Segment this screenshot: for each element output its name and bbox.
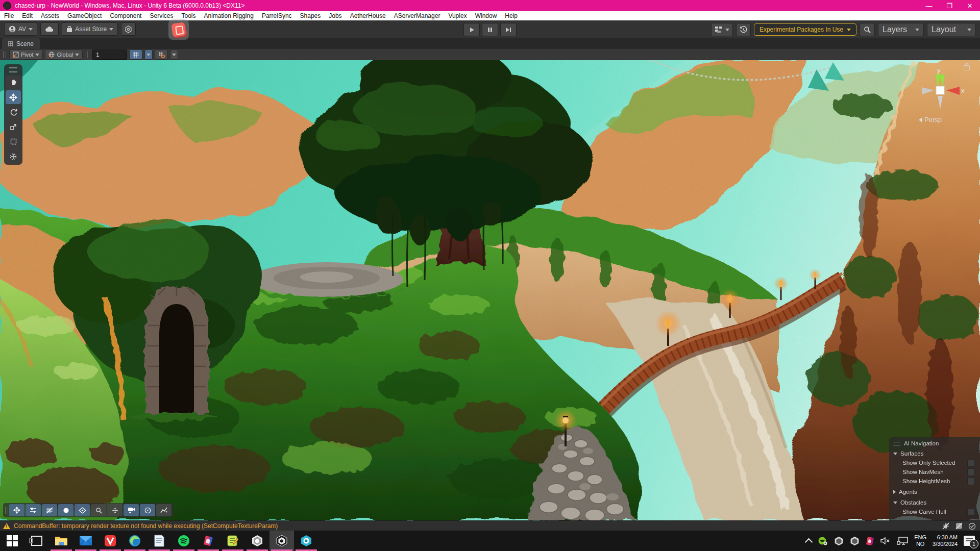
surfaces-foldout[interactable]: Surfaces [889,449,980,458]
pivot-mode-button[interactable]: Pivot [9,49,43,60]
taskbar-edge[interactable] [122,531,147,551]
show-carve-hull-checkbox[interactable] [967,508,975,516]
menu-jobs[interactable]: Jobs [325,11,346,20]
overlay-navmesh-button[interactable] [75,504,90,516]
tab-scene[interactable]: Scene [2,38,40,49]
overlay-pan-button[interactable] [107,504,122,516]
agents-foldout[interactable]: Agents [889,487,980,496]
status-bar[interactable]: CommandBuffer: temporary render texture … [0,520,980,531]
account-button[interactable]: AV [4,22,37,36]
notification-center-button[interactable]: 1 [964,536,975,546]
services-button[interactable] [121,22,136,36]
menu-aservermanager[interactable]: AServerManager [390,11,445,20]
experimental-packages-button[interactable]: Experimental Packages In Use [754,23,856,36]
overlay-sphere-button[interactable] [58,504,74,516]
pivot-icon [13,52,19,58]
tray-expand-chevron-icon[interactable] [805,538,813,546]
multiplayer-role-button[interactable] [711,23,733,36]
search-button[interactable] [860,23,875,36]
rotate-tool-button[interactable] [6,105,21,119]
overlay-camera-button[interactable] [124,504,139,516]
chevron-down-icon [29,28,33,31]
layout-button[interactable]: Layout [927,23,976,36]
network-icon[interactable] [897,537,908,545]
snap-increment-dropdown[interactable] [170,49,178,60]
menu-help[interactable]: Help [501,11,522,20]
asset-store-button[interactable]: Asset Store [62,22,118,36]
menu-window[interactable]: Window [471,11,501,20]
menu-aetherhouse[interactable]: AetherHouse [346,11,390,20]
unity-tray-icon-2[interactable] [850,536,860,546]
menu-shapes[interactable]: Shapes [296,11,325,20]
show-only-selected-checkbox[interactable] [967,459,975,467]
pause-button[interactable] [482,23,498,36]
scene-viewport[interactable]: y x Persp [0,60,980,520]
close-button[interactable]: ✕ [960,0,980,11]
taskbar-notepadpp[interactable] [220,531,245,551]
restore-button[interactable]: ❐ [939,0,960,11]
menu-component[interactable]: Component [106,11,145,20]
taskbar-dv-app[interactable] [294,531,318,551]
move-tool-button[interactable] [6,90,21,104]
overlay-move-button[interactable] [9,504,24,516]
menu-vuplex[interactable]: Vuplex [444,11,471,20]
clock[interactable]: 6:30 AM 3/30/2024 [933,534,958,547]
debugger-detached-icon[interactable] [942,522,950,530]
toolbar-drag-handle[interactable] [3,51,6,58]
transform-tool-button[interactable] [6,149,21,163]
system-tray: ENG NO 6:30 AM 3/30/2024 1 [806,531,980,551]
persp-mode-label[interactable]: Persp [919,116,942,123]
overlay-drag-handle[interactable] [5,507,8,514]
overlay-stats-button[interactable] [156,504,172,516]
layers-button[interactable]: Layers [878,23,924,36]
obstacles-foldout[interactable]: Obstacles [889,498,980,507]
pink-app-tray-icon[interactable] [866,536,874,546]
taskbar-spotify[interactable] [172,531,196,551]
task-view-button[interactable] [24,531,49,551]
undo-history-button[interactable] [736,23,751,36]
show-navmesh-checkbox[interactable] [967,468,975,476]
show-heightmesh-checkbox[interactable] [967,478,975,485]
menu-file[interactable]: File [0,11,18,20]
menu-animation-rigging[interactable]: Animation Rigging [200,11,257,20]
hand-tool-button[interactable] [6,76,21,89]
language-indicator[interactable]: ENG NO [914,534,926,547]
minimize-button[interactable]: — [919,0,939,11]
menu-gameobject[interactable]: GameObject [63,11,106,20]
overlay-search-button[interactable] [91,504,106,516]
scale-tool-button[interactable] [6,120,21,134]
taskbar-unity-hub[interactable] [245,531,270,551]
taskbar-3d-app[interactable] [196,531,220,551]
cache-server-icon[interactable] [955,522,963,530]
rect-tool-button[interactable] [6,135,21,148]
palette-drag-handle[interactable] [9,67,17,72]
view-orientation-gizmo[interactable]: y x Persp [915,62,971,123]
progress-check-icon[interactable] [968,522,976,530]
taskbar-unity-editor[interactable] [270,531,294,551]
menu-parrelsync[interactable]: ParrelSync [258,11,296,20]
menu-assets[interactable]: Assets [37,11,63,20]
menu-edit[interactable]: Edit [18,11,37,20]
global-mode-button[interactable]: Global [45,49,83,60]
start-button[interactable] [0,531,24,551]
overlay-grid-off-button[interactable] [42,504,57,516]
nvidia-tray-icon[interactable] [818,536,828,545]
cloud-button[interactable] [40,22,59,36]
grid-size-input[interactable] [92,49,127,60]
taskbar-file-explorer[interactable] [49,531,74,551]
play-button[interactable] [463,23,480,36]
grid-snap-dropdown[interactable] [144,49,153,60]
dragged-tool-icon[interactable] [168,19,189,40]
taskbar-mail[interactable] [74,531,98,551]
overlay-compass-button[interactable] [140,504,155,516]
grid-snap-button[interactable] [129,49,142,60]
volume-muted-icon[interactable] [880,537,891,545]
unity-tray-icon[interactable] [834,536,844,546]
taskbar-vivaldi[interactable] [98,531,122,551]
console-warning-text[interactable]: CommandBuffer: temporary render texture … [14,522,278,530]
snap-increment-button[interactable] [155,49,168,60]
ai-navigation-header[interactable]: AI Navigation [889,439,980,447]
step-button[interactable] [500,23,517,36]
overlay-settings-button[interactable] [26,504,41,516]
taskbar-notepad[interactable] [147,531,172,551]
